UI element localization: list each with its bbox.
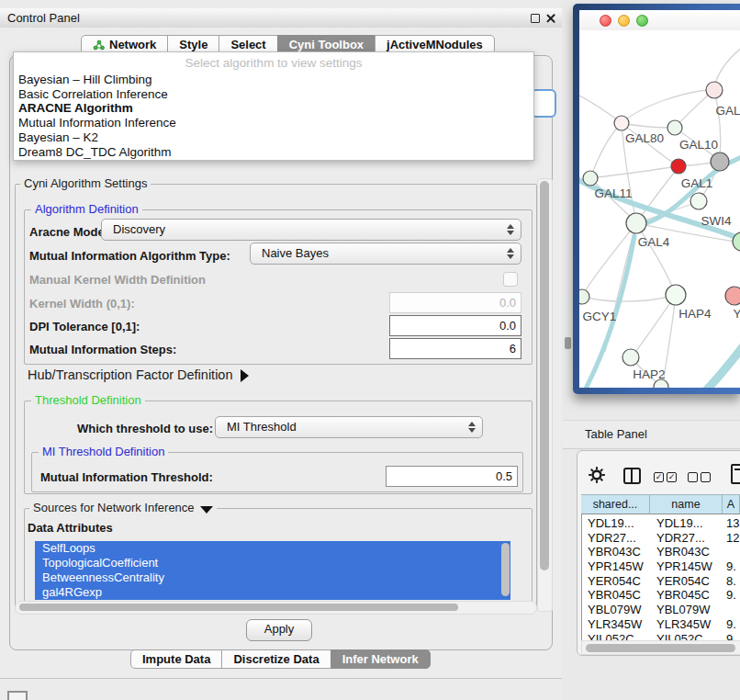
kernel-width-field[interactable]: 0.0 [389,292,521,313]
network-canvas[interactable]: GALGAL80GAL10GAL1GAL11SWI4GAL4GCY1HAP4YH… [579,30,740,388]
which-threshold-value: MI Threshold [227,420,297,434]
network-edge [622,89,714,123]
tab-infer-network[interactable]: Infer Network [331,649,431,669]
network-node-label: GAL4 [638,235,670,249]
close-icon[interactable] [546,14,555,23]
attributes-list-scrollbar[interactable] [501,543,510,596]
network-window-titlebar[interactable] [579,10,740,31]
network-node-gal11[interactable] [583,171,598,186]
table-cell: YDL19... [650,516,723,531]
settings-hscrollbar[interactable] [15,601,537,615]
threshold-definition-title: Threshold Definition [31,394,145,407]
mi-threshold-field[interactable]: 0.5 [386,466,518,487]
algorithm-option-dream8-dc-tdc-algorithm[interactable]: Dream8 DC_TDC Algorithm [17,145,530,160]
network-node-label: GAL10 [679,138,718,152]
table-panel-titlebar: Table Panel [563,420,740,449]
apply-button[interactable]: Apply [246,619,312,641]
split-columns-icon[interactable] [623,468,641,484]
data-attribute-item[interactable]: SelfLoops [35,541,510,556]
network-node-gcy1[interactable] [579,289,589,304]
float-panel-icon[interactable] [531,14,540,23]
kernel-width-label: Kernel Width (0,1): [29,297,135,310]
table-row[interactable]: YBR043CYBR043C [581,545,740,559]
focused-field-sliver [531,89,556,118]
algorithm-placeholder: Select algorithm to view settings [14,56,533,70]
which-threshold-select[interactable]: MI Threshold [215,416,483,438]
minimize-traffic-light[interactable] [618,15,630,27]
control-panel-title: Control Panel [7,11,80,25]
table-row[interactable]: YDR27...YDR27...12 [581,531,740,546]
dpi-tolerance-field[interactable]: 0.0 [389,315,521,336]
tab-label: Discretize Data [233,650,319,668]
table-row[interactable]: YPR145WYPR145W9. [581,559,740,574]
network-edge [582,296,674,301]
table-cell: YDR27... [581,531,650,546]
network-node-y[interactable] [725,287,740,305]
algorithm-definition-title: Algorithm Definition [31,203,142,216]
mi-threshold-group-title: MI Threshold Definition [39,446,168,458]
table-cell: 9. [723,588,740,603]
network-edge [622,123,675,128]
mi-steps-field[interactable]: 6 [389,338,521,359]
table-cell: 13 [723,516,740,531]
table-row[interactable]: YDL19...YDL19...13 [581,516,740,531]
network-node-gal1[interactable] [671,159,686,174]
table-row[interactable]: YLR345WYLR345W9. [581,617,740,632]
manual-kernel-checkbox[interactable] [503,272,518,287]
network-node-label: GCY1 [583,310,617,323]
checked-box-icon: ✓ [667,472,677,482]
mi-type-select[interactable]: Naive Bayes [250,243,521,265]
table-cell: YLR345W [650,617,723,632]
algorithm-option-bayesian-k2[interactable]: Bayesian – K2 [17,130,530,145]
aracne-mode-select[interactable]: Discovery [101,219,521,241]
table-hscrollbar-thumb[interactable] [586,644,735,652]
settings-vscrollbar[interactable] [537,178,553,612]
algorithm-option-aracne-algorithm[interactable]: ARACNE Algorithm [17,101,530,116]
hub-definition-label: Hub/Transcription Factor Definition [28,367,233,382]
network-node-gal80[interactable] [614,116,629,130]
unchecked-box-icon [688,472,698,482]
network-node-swi4[interactable] [690,193,707,209]
which-threshold-label: Which threshold to use: [77,422,213,435]
settings-hscrollbar-thumb[interactable] [19,604,458,611]
column-header-shared[interactable]: shared... [581,494,650,514]
network-node-gal[interactable] [706,82,723,98]
network-node-gal4[interactable] [626,213,646,233]
tab-discretize-data[interactable]: Discretize Data [221,649,331,669]
gear-icon[interactable] [589,467,605,483]
table-row[interactable]: YBR045CYBR045C9. [581,588,740,603]
table-row[interactable]: YER054CYER054C8. [581,574,740,589]
mi-type-value: Naive Bayes [262,246,329,260]
tab-label: Infer Network [342,650,419,668]
network-node-gal10[interactable] [667,120,682,135]
table-document-icon[interactable] [731,464,740,484]
table-row[interactable]: YBL079WYBL079W [581,603,740,617]
settings-vscrollbar-thumb[interactable] [540,181,549,570]
network-node-hap2[interactable] [622,349,639,366]
data-attribute-item[interactable]: gal4RGexp [35,585,510,600]
data-attribute-item[interactable]: TopologicalCoefficient [35,556,510,570]
algorithm-option-basic-correlation-inference[interactable]: Basic Correlation Inference [17,87,530,102]
table-cell: YLR345W [581,617,650,632]
close-traffic-light[interactable] [600,15,611,27]
network-node-hap4[interactable] [666,285,686,305]
data-attribute-item[interactable]: BetweennessCentrality [35,570,510,585]
minimized-panel-icon[interactable] [7,691,28,700]
manual-kernel-label: Manual Kernel Width Definition [29,273,206,287]
tab-impute-data[interactable]: Impute Data [130,649,222,669]
sources-group-title[interactable]: Sources for Network Inference [29,502,217,514]
panel-divider-handle[interactable] [565,337,571,349]
algorithm-option-bayesian-hill-climbing[interactable]: Bayesian – Hill Climbing [17,73,530,87]
zoom-traffic-light[interactable] [636,15,648,27]
network-edge [715,47,740,84]
deselect-all-checks-icon[interactable] [688,472,713,489]
algorithm-option-mutual-information-inference[interactable]: Mutual Information Inference [17,116,530,130]
select-all-checks-icon[interactable]: ✓✓ [654,472,679,489]
hub-definition-toggle[interactable]: Hub/Transcription Factor Definition [28,367,249,382]
column-header-a[interactable]: A [723,494,740,514]
table-hscrollbar[interactable] [581,640,740,655]
expand-right-icon [241,369,249,382]
network-node-label: GAL80 [625,131,664,145]
network-node[interactable] [711,152,729,171]
column-header-name[interactable]: name [650,494,723,514]
